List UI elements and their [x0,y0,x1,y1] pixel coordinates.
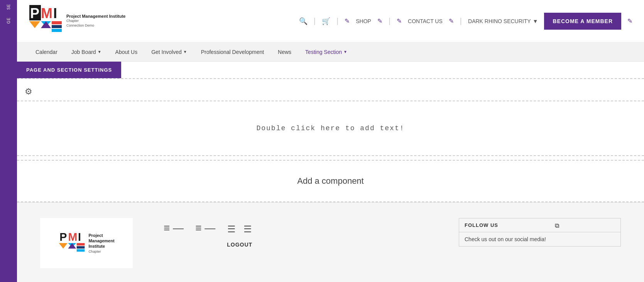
svg-marker-6 [29,21,40,28]
footer-logout-col: ☰ ☰ LOGOUT [227,222,252,248]
footer-logout-button[interactable]: LOGOUT [227,242,252,248]
contact-us-link[interactable]: CONTACT US [408,18,443,24]
member-edit-icon[interactable]: ✎ [627,17,632,25]
contact-edit-icon[interactable]: ✎ [397,17,402,25]
nav-item-about-us[interactable]: About Us [108,44,145,60]
nav-item-get-involved[interactable]: Get Involved ▼ [144,44,194,60]
nav-testing-caret: ▼ [343,50,347,54]
page-wrapper: P M I Project Management In [17,0,644,282]
svg-text:P: P [30,5,39,21]
footer-middle: ≡ — ≡ — ☰ ☰ LOGOUT [164,218,252,248]
shop-edit-icon[interactable]: ✎ [345,17,350,25]
nav-job-board-caret: ▼ [98,50,101,54]
nav-item-news[interactable]: News [271,44,298,60]
nav-item-testing[interactable]: Testing Section ▼ [298,44,354,60]
divider-2: | [336,17,338,25]
divider-1: | [314,17,316,25]
footer-menu-icon-1[interactable]: ☰ [227,224,236,235]
dark-rhino-label: DARK RHINO SECURITY [468,18,531,24]
pmi-text-block: Project Management Institute ChapterConn… [66,14,125,28]
footer-list-col-1: ≡ — [164,222,184,234]
navbar: Calendar Job Board ▼ About Us Get Involv… [17,42,644,62]
nav-item-pro-dev[interactable]: Professional Development [194,44,271,60]
page-section-settings-bar[interactable]: PAGE AND SECTION SETTINGS [17,62,121,78]
footer: P M I ProjectManagementInstitute Chapter [17,202,644,282]
svg-text:P: P [60,231,67,243]
header: P M I Project Management In [17,0,644,42]
pmi-logo-title: Project Management Institute [66,14,125,19]
gear-row: ⚙ [17,83,644,101]
svg-rect-10 [52,25,62,28]
svg-rect-11 [52,29,62,32]
divider-3: | [389,17,390,25]
pmi-logo-subtitle: ChapterConnection Demo [66,19,125,28]
svg-rect-19 [77,246,85,248]
footer-list-icon-1[interactable]: ≡ — [164,222,184,234]
follow-us-box: FOLLOW US Check us out on our social med… [459,218,621,247]
sidebar-item-ge[interactable]: GE [7,17,11,24]
search-icon[interactable]: 🔍 [299,17,308,25]
placeholder-text: Double click here to add text! [256,124,404,132]
footer-menu-icon-2[interactable]: ☰ [243,224,252,235]
dark-rhino-caret: ▼ [533,18,538,24]
shop-link[interactable]: SHOP [356,18,371,24]
nav-item-job-board[interactable]: Job Board ▼ [64,44,108,60]
become-member-button[interactable]: BECOME A MEMBER [544,13,621,30]
svg-text:M: M [41,5,52,21]
nav-testing-label: Testing Section [305,49,342,55]
footer-pmi-logo-svg: P M I [58,228,85,258]
svg-marker-15 [59,243,68,248]
nav-get-involved-label: Get Involved [151,49,182,55]
footer-pmi-subtitle: Chapter [88,250,114,253]
add-component-section[interactable]: Add a component [17,161,644,202]
content-area: ⚙ Double click here to add text! [17,79,644,161]
svg-text:M: M [68,231,78,243]
settings-bar-container: PAGE AND SECTION SETTINGS [17,62,644,79]
follow-us-text: Check us out on our social media! [459,232,620,246]
dark-rhino-link[interactable]: DARK RHINO SECURITY ▼ [468,18,538,24]
logo-area: P M I Project Management In [29,4,125,38]
footer-icons-row: ☰ ☰ [227,224,252,235]
cart-icon[interactable]: 🛒 [322,17,330,25]
sidebar-item-se[interactable]: SE [7,4,11,10]
footer-list-icon-2[interactable]: ≡ — [195,222,215,234]
footer-list-col-2: ≡ — [195,222,215,234]
svg-rect-9 [52,21,62,24]
svg-rect-20 [77,249,85,252]
follow-us-title: FOLLOW US [459,218,620,232]
footer-pmi-title: ProjectManagementInstitute [88,233,114,249]
svg-text:I: I [53,5,57,21]
nav-get-involved-caret: ▼ [183,50,187,54]
add-component-text: Add a component [297,176,363,186]
svg-text:I: I [78,231,81,243]
nav-item-calendar[interactable]: Calendar [29,44,64,60]
divider-4: | [460,17,462,25]
left-sidebar: SE GE [0,0,17,282]
contact-pencil-icon[interactable]: ✎ [449,17,454,25]
svg-rect-18 [77,243,85,245]
shop-pencil-icon[interactable]: ✎ [377,17,382,25]
pmi-logo-svg: P M I [29,4,63,38]
footer-right: FOLLOW US Check us out on our social med… [459,218,621,248]
text-section[interactable]: Double click here to add text! [17,101,644,156]
settings-gear-icon[interactable]: ⚙ [25,87,32,97]
footer-pmi-text: ProjectManagementInstitute Chapter [88,233,114,254]
footer-logo-box: P M I ProjectManagementInstitute Chapter [40,218,133,268]
header-right: 🔍 | 🛒 | ✎ SHOP ✎ | ✎ CONTACT US ✎ | DARK… [299,13,632,30]
footer-logo-inner: P M I ProjectManagementInstitute Chapter [58,228,114,258]
nav-job-board-label: Job Board [71,49,96,55]
